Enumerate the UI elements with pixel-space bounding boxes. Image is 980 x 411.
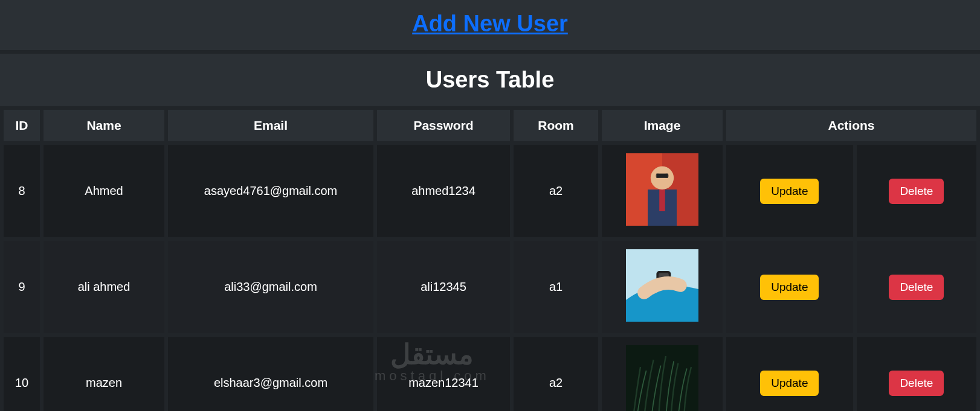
cell-action-delete: Delete	[857, 145, 976, 237]
col-header-id: ID	[4, 110, 40, 141]
cell-name: Ahmed	[44, 145, 164, 237]
cell-id: 10	[4, 337, 40, 411]
table-row: 10mazenelshaar3@gmail.commazen12341a2Upd…	[4, 337, 976, 411]
svg-rect-4	[659, 190, 665, 211]
col-header-actions: Actions	[726, 110, 976, 141]
svg-point-6	[656, 174, 660, 178]
cell-image	[602, 145, 723, 237]
cell-room: a2	[514, 145, 598, 237]
col-header-room: Room	[514, 110, 598, 141]
table-row: 9ali ahmedali33@gmail.comali12345a1Updat…	[4, 241, 976, 333]
user-avatar	[626, 153, 698, 226]
table-row: 8Ahmedasayed4761@gmail.comahmed1234a2Upd…	[4, 145, 976, 237]
update-button[interactable]: Update	[760, 371, 819, 396]
update-button[interactable]: Update	[760, 275, 819, 300]
table-header-row: ID Name Email Password Room Image Action…	[4, 110, 976, 141]
add-new-user-link[interactable]: Add New User	[412, 11, 568, 36]
cell-action-update: Update	[726, 145, 853, 237]
col-header-email: Email	[168, 110, 373, 141]
user-avatar	[626, 345, 698, 411]
page-title: Users Table	[0, 67, 980, 93]
user-avatar	[626, 249, 698, 322]
cell-email: ali33@gmail.com	[168, 241, 373, 333]
cell-action-update: Update	[726, 241, 853, 333]
col-header-name: Name	[44, 110, 164, 141]
delete-button[interactable]: Delete	[889, 371, 944, 396]
cell-password: ahmed1234	[377, 145, 510, 237]
cell-action-delete: Delete	[857, 337, 976, 411]
cell-email: asayed4761@gmail.com	[168, 145, 373, 237]
update-button[interactable]: Update	[760, 179, 819, 204]
svg-point-7	[665, 174, 669, 178]
cell-email: elshaar3@gmail.com	[168, 337, 373, 411]
cell-name: ali ahmed	[44, 241, 164, 333]
cell-password: mazen12341	[377, 337, 510, 411]
cell-action-update: Update	[726, 337, 853, 411]
delete-button[interactable]: Delete	[889, 275, 944, 300]
cell-image	[602, 241, 723, 333]
title-bar: Users Table	[0, 54, 980, 106]
cell-image	[602, 337, 723, 411]
users-table: ID Name Email Password Room Image Action…	[0, 106, 980, 411]
cell-name: mazen	[44, 337, 164, 411]
cell-password: ali12345	[377, 241, 510, 333]
col-header-password: Password	[377, 110, 510, 141]
col-header-image: Image	[602, 110, 723, 141]
cell-action-delete: Delete	[857, 241, 976, 333]
cell-id: 8	[4, 145, 40, 237]
cell-room: a1	[514, 241, 598, 333]
header-bar: Add New User	[0, 0, 980, 50]
delete-button[interactable]: Delete	[889, 179, 944, 204]
cell-room: a2	[514, 337, 598, 411]
cell-id: 9	[4, 241, 40, 333]
